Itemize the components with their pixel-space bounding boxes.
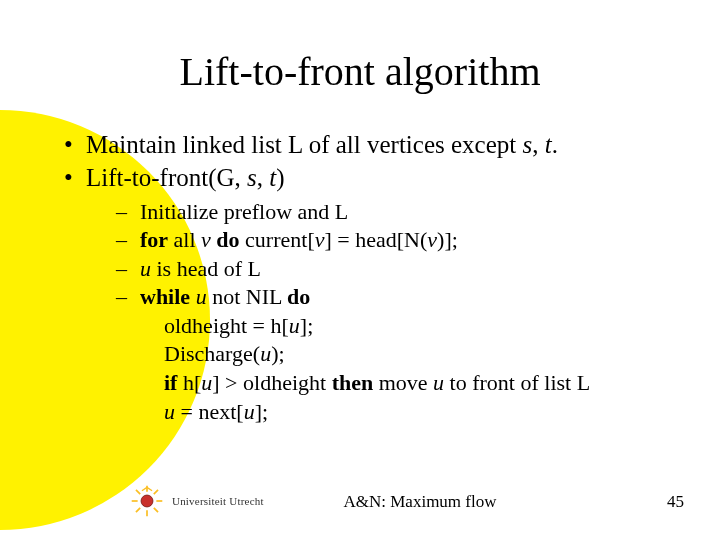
kw-do: do (287, 284, 310, 309)
text: Initialize preflow and L (140, 199, 348, 224)
slide-footer: Universiteit Utrecht A&N: Maximum flow 4… (0, 478, 720, 518)
var-u: u (164, 399, 175, 424)
while-body-3: if h[u] > oldheight then move u to front… (86, 369, 660, 398)
page-number: 45 (667, 492, 684, 512)
text: Lift-to-front(G, (86, 164, 247, 191)
kw-do: do (211, 227, 240, 252)
text: ] > oldheight (212, 370, 331, 395)
bullet-2: Lift-to-front(G, s, t) Initialize preflo… (60, 162, 660, 426)
sub-4: while u not NIL do (86, 283, 660, 312)
var-v: v (315, 227, 325, 252)
footer-title: A&N: Maximum flow (0, 492, 720, 512)
text: all (168, 227, 201, 252)
var-v: v (201, 227, 211, 252)
var-v: v (427, 227, 437, 252)
text: oldheight = h[ (164, 313, 289, 338)
text: not NIL (207, 284, 287, 309)
while-body-4: u = next[u]; (86, 398, 660, 427)
text: ]; (255, 399, 268, 424)
kw-while: while (140, 284, 190, 309)
text: Discharge( (164, 341, 260, 366)
while-body-1: oldheight = h[u]; (86, 312, 660, 341)
kw-if: if (164, 370, 177, 395)
var-u: u (201, 370, 212, 395)
text: ]; (300, 313, 313, 338)
text: move (373, 370, 433, 395)
var-s: s (522, 131, 532, 158)
text: ) (276, 164, 284, 191)
text: is head of L (151, 256, 261, 281)
text: . (552, 131, 558, 158)
var-u: u (289, 313, 300, 338)
var-s: s (247, 164, 257, 191)
kw-for: for (140, 227, 168, 252)
sub-bullet-list: Initialize preflow and L for all v do cu… (86, 198, 660, 312)
text: current[ (240, 227, 315, 252)
var-u: u (244, 399, 255, 424)
text: to front of list L (444, 370, 590, 395)
var-t: t (545, 131, 552, 158)
while-body-2: Discharge(u); (86, 340, 660, 369)
slide-title: Lift-to-front algorithm (60, 48, 660, 95)
text: )]; (437, 227, 458, 252)
text: , (532, 131, 545, 158)
text: ); (271, 341, 284, 366)
kw-then: then (332, 370, 374, 395)
sub-1: Initialize preflow and L (86, 198, 660, 227)
var-u: u (196, 284, 207, 309)
main-bullet-list: Maintain linked list L of all vertices e… (60, 129, 660, 426)
var-u: u (433, 370, 444, 395)
bullet-1: Maintain linked list L of all vertices e… (60, 129, 660, 160)
text: h[ (177, 370, 201, 395)
text: , (257, 164, 270, 191)
var-u: u (140, 256, 151, 281)
var-u: u (260, 341, 271, 366)
sub-2: for all v do current[v] = head[N(v)]; (86, 226, 660, 255)
text: = next[ (175, 399, 244, 424)
sub-3: u is head of L (86, 255, 660, 284)
text: ] = head[N( (325, 227, 428, 252)
text: Maintain linked list L of all vertices e… (86, 131, 522, 158)
slide-content: Lift-to-front algorithm Maintain linked … (0, 0, 720, 426)
